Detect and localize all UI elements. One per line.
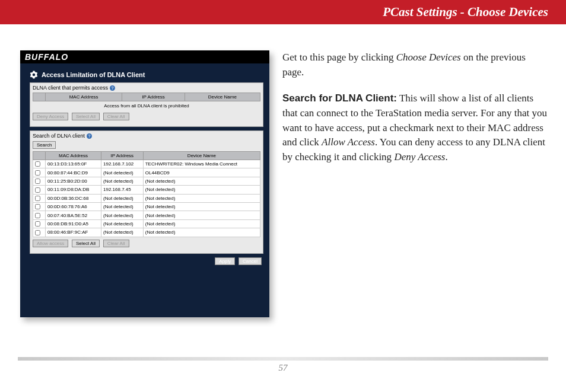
device-cell: TECHWRITER02: Windows Media Connect bbox=[143, 160, 260, 168]
page-footer: 57 bbox=[18, 357, 548, 373]
ip-cell: (Not detected) bbox=[101, 168, 143, 177]
ip-cell: (Not detected) bbox=[101, 211, 143, 219]
apply-button[interactable]: Apply bbox=[215, 257, 235, 265]
page-title: PCast Settings - Choose Devices bbox=[383, 5, 548, 19]
mac-cell: 00:08:DB:91:D0:A5 bbox=[46, 219, 101, 228]
clear-all-button[interactable]: Clear All bbox=[103, 113, 129, 120]
table-row: 00:08:DB:91:D0:A5(Not detected)(Not dete… bbox=[33, 219, 260, 228]
mac-cell: 00:80:87:44:BC:D9 bbox=[46, 168, 101, 177]
screenshot-panel: BUFFALO Access Limitation of DLNA Client… bbox=[20, 50, 269, 317]
row-checkbox[interactable] bbox=[35, 179, 40, 184]
table-row: 00:11:09:D8:DA:DB192.168.7.45(Not detect… bbox=[33, 186, 260, 194]
table-row: 00:0D:0B:36:DC:68(Not detected)(Not dete… bbox=[33, 194, 260, 202]
mac-cell: 00:13:D3:13:65:0F bbox=[46, 160, 101, 168]
allow-access-button[interactable]: Allow access bbox=[33, 240, 68, 247]
permits-empty: Access from all DLNA client is prohibite… bbox=[33, 101, 260, 110]
ip-cell: (Not detected) bbox=[101, 194, 143, 202]
device-cell: (Not detected) bbox=[143, 202, 260, 211]
content-area: BUFFALO Access Limitation of DLNA Client… bbox=[0, 24, 566, 317]
select-all-button[interactable]: Select All bbox=[72, 113, 100, 120]
device-cell: (Not detected) bbox=[143, 177, 260, 185]
search-label: Search of DLNA client? bbox=[33, 133, 260, 139]
help-icon[interactable]: ? bbox=[87, 133, 92, 139]
mac-cell: 00:0D:0B:36:DC:68 bbox=[46, 194, 101, 202]
device-cell: (Not detected) bbox=[143, 219, 260, 228]
row-checkbox[interactable] bbox=[35, 230, 40, 235]
mac-cell: 00:11:25:B0:2D:00 bbox=[46, 177, 101, 185]
section-title: Access Limitation of DLNA Client bbox=[30, 71, 263, 79]
gear-icon bbox=[30, 71, 38, 79]
page-number: 57 bbox=[18, 363, 548, 373]
ip-cell: 192.168.7.45 bbox=[101, 186, 143, 194]
ip-cell: (Not detected) bbox=[101, 228, 143, 237]
table-row: 00:13:D3:13:65:0F192.168.7.102TECHWRITER… bbox=[33, 160, 260, 168]
paragraph-1: Get to this page by clicking Choose Devi… bbox=[282, 50, 548, 79]
permits-label: DLNA client that permits access? bbox=[33, 85, 260, 91]
search-button[interactable]: Search bbox=[33, 141, 56, 149]
row-checkbox[interactable] bbox=[35, 170, 40, 176]
table-row: 00:80:87:44:BC:D9(Not detected)OL44BCD9 bbox=[33, 168, 260, 177]
search-panel: Search of DLNA client? Search MAC Addres… bbox=[30, 130, 263, 254]
row-checkbox[interactable] bbox=[35, 221, 40, 227]
help-icon[interactable]: ? bbox=[110, 85, 115, 91]
table-row: 08:00:46:BF:9C:AF(Not detected)(Not dete… bbox=[33, 228, 260, 237]
row-checkbox[interactable] bbox=[35, 196, 40, 201]
deny-access-button[interactable]: Deny Access bbox=[33, 113, 68, 120]
mac-cell: 00:07:40:BA:5E:52 bbox=[46, 211, 101, 219]
device-cell: (Not detected) bbox=[143, 194, 260, 202]
clear-all-button[interactable]: Clear All bbox=[103, 240, 129, 247]
table-row: 00:07:40:BA:5E:52(Not detected)(Not dete… bbox=[33, 211, 260, 219]
mac-cell: 08:00:46:BF:9C:AF bbox=[46, 228, 101, 237]
mac-cell: 00:0D:60:78:76:A6 bbox=[46, 202, 101, 211]
page-header: PCast Settings - Choose Devices bbox=[0, 0, 566, 24]
ip-cell: (Not detected) bbox=[101, 177, 143, 185]
row-checkbox[interactable] bbox=[35, 161, 40, 167]
device-cell: (Not detected) bbox=[143, 211, 260, 219]
paragraph-2: Search for DLNA Client: This will show a… bbox=[282, 91, 548, 164]
table-row: 00:11:25:B0:2D:00(Not detected)(Not dete… bbox=[33, 177, 260, 185]
mac-cell: 00:11:09:D8:DA:DB bbox=[46, 186, 101, 194]
permits-table: MAC Address IP Address Device Name bbox=[33, 93, 260, 101]
ip-cell: (Not detected) bbox=[101, 219, 143, 228]
body-text: Get to this page by clicking Choose Devi… bbox=[282, 50, 548, 317]
select-all-button[interactable]: Select All bbox=[72, 240, 100, 247]
search-table: MAC Address IP Address Device Name 00:13… bbox=[33, 151, 260, 237]
permits-panel: DLNA client that permits access? MAC Add… bbox=[30, 82, 263, 127]
cancel-button[interactable]: Cancel bbox=[239, 257, 262, 265]
table-row: 00:0D:60:78:76:A6(Not detected)(Not dete… bbox=[33, 202, 260, 211]
row-checkbox[interactable] bbox=[35, 187, 40, 193]
footer-divider bbox=[18, 357, 548, 361]
row-checkbox[interactable] bbox=[35, 213, 40, 218]
ip-cell: (Not detected) bbox=[101, 202, 143, 211]
ip-cell: 192.168.7.102 bbox=[101, 160, 143, 168]
device-cell: OL44BCD9 bbox=[143, 168, 260, 177]
row-checkbox[interactable] bbox=[35, 204, 40, 209]
device-cell: (Not detected) bbox=[143, 228, 260, 237]
brand-bar: BUFFALO bbox=[20, 50, 269, 63]
device-cell: (Not detected) bbox=[143, 186, 260, 194]
